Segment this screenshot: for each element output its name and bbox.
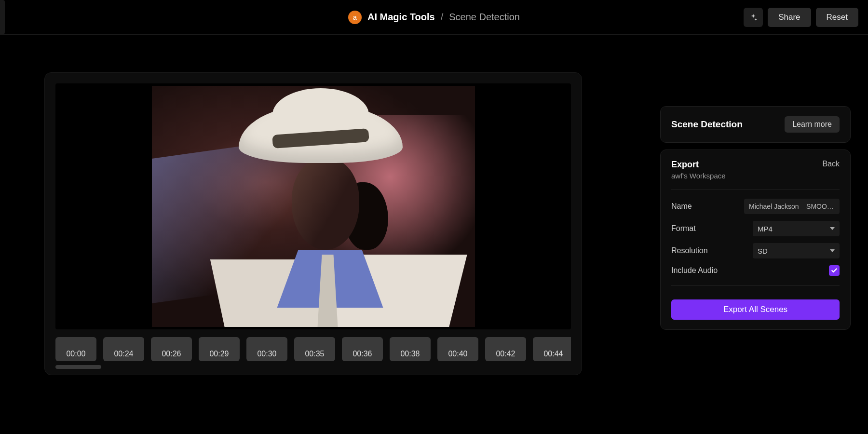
scene-thumb[interactable]: 00:35	[294, 337, 335, 361]
scene-thumb[interactable]: 00:42	[485, 337, 526, 361]
scene-timeline: 00:0000:2400:2600:2900:3000:3500:3600:38…	[55, 337, 571, 361]
format-row: Format MP4	[671, 221, 840, 236]
format-select[interactable]: MP4	[753, 221, 840, 236]
chevron-down-icon	[830, 227, 835, 230]
include-audio-row: Include Audio	[671, 265, 840, 276]
scene-thumb[interactable]: 00:29	[199, 337, 240, 361]
app-header: a AI Magic Tools / Scene Detection Share…	[0, 0, 868, 35]
scene-detection-card: Scene Detection Learn more	[660, 106, 851, 143]
export-all-scenes-button[interactable]: Export All Scenes	[671, 299, 840, 320]
avatar-letter: a	[353, 14, 357, 21]
back-link[interactable]: Back	[822, 160, 840, 168]
scene-thumb[interactable]: 00:00	[55, 337, 96, 361]
scene-thumb[interactable]: 00:40	[437, 337, 478, 361]
scene-thumb[interactable]: 00:36	[342, 337, 383, 361]
video-still	[152, 86, 475, 327]
chevron-down-icon	[830, 249, 835, 252]
scene-detection-title: Scene Detection	[671, 119, 743, 130]
format-value: MP4	[758, 225, 773, 233]
include-audio-checkbox[interactable]	[829, 265, 840, 276]
resolution-value: SD	[758, 247, 768, 255]
export-workspace: awf's Workspace	[671, 172, 726, 180]
scene-thumb[interactable]: 00:44	[533, 337, 571, 361]
video-panel: 00:0000:2400:2600:2900:3000:3500:3600:38…	[44, 72, 582, 375]
export-title: Export	[671, 160, 726, 170]
breadcrumb-sub: Scene Detection	[449, 12, 520, 23]
share-button[interactable]: Share	[768, 8, 811, 27]
check-icon	[831, 267, 838, 274]
sparkle-button[interactable]	[744, 8, 763, 27]
scene-thumb[interactable]: 00:26	[151, 337, 192, 361]
reset-button[interactable]: Reset	[816, 8, 858, 27]
avatar[interactable]: a	[348, 11, 362, 24]
header-actions: Share Reset	[744, 8, 858, 27]
breadcrumb-separator: /	[441, 12, 444, 23]
right-column: Scene Detection Learn more Export awf's …	[660, 106, 851, 434]
format-label: Format	[671, 224, 696, 233]
scene-thumb[interactable]: 00:30	[246, 337, 287, 361]
header-handle	[0, 0, 5, 34]
name-input[interactable]	[744, 199, 840, 214]
resolution-select[interactable]: SD	[753, 243, 840, 258]
scene-thumb[interactable]: 00:24	[103, 337, 144, 361]
name-label: Name	[671, 202, 692, 211]
breadcrumb-main[interactable]: AI Magic Tools	[367, 12, 435, 23]
timeline-scrollbar[interactable]	[55, 365, 571, 369]
resolution-row: Resolution SD	[671, 243, 840, 258]
video-preview[interactable]	[55, 83, 571, 329]
export-card: Export awf's Workspace Back Name Format …	[660, 149, 851, 330]
breadcrumb: a AI Magic Tools / Scene Detection	[348, 11, 520, 24]
scrollbar-thumb[interactable]	[55, 365, 101, 369]
resolution-label: Resolution	[671, 246, 708, 255]
sparkle-icon	[749, 13, 758, 22]
divider	[671, 190, 840, 190]
scene-thumb[interactable]: 00:38	[390, 337, 431, 361]
divider	[671, 285, 840, 286]
name-row: Name	[671, 199, 840, 214]
learn-more-button[interactable]: Learn more	[785, 116, 840, 133]
main-area: 00:0000:2400:2600:2900:3000:3500:3600:38…	[0, 35, 868, 434]
include-audio-label: Include Audio	[671, 266, 718, 275]
